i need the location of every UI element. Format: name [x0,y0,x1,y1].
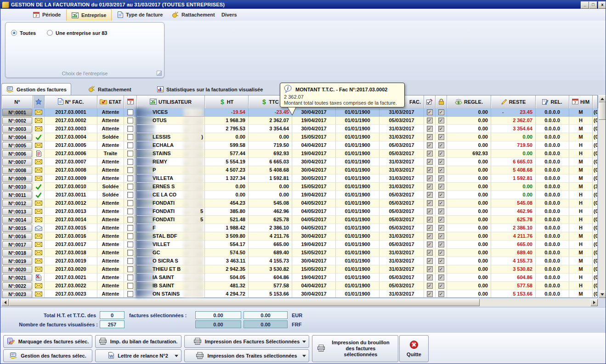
locked-checkbox-cell[interactable]: ✓ [436,224,447,232]
invoice-row[interactable]: N°:00222017.03.0022AttenteIB SAINT481.32… [2,282,597,290]
select-checkbox-cell[interactable] [124,274,137,282]
relance-cell[interactable]: 0.0.0.0 [536,232,569,241]
status-cell[interactable]: Attente [97,108,124,117]
hm-cell[interactable]: H [569,224,593,232]
status-cell[interactable]: Traite [97,150,124,158]
locked-checkbox-cell[interactable]: ✓ [436,150,447,158]
echeance-date-cell[interactable]: 04/04/2017 [292,282,336,290]
echeance-date-cell[interactable]: 04/05/2017 [292,216,336,224]
facture-date-cell[interactable]: 05/03/2017 [379,117,424,125]
hm-cell[interactable]: M [569,183,593,191]
invoice-number-cell[interactable]: 2017.03.0001 [45,108,97,117]
gestion-factures-button[interactable]: Gestion des factures sélec. [3,349,92,362]
ht-cell[interactable]: 599.58 [205,141,249,150]
status-cell[interactable]: Attente [97,282,124,290]
relance-cell[interactable]: 0.0.0.0 [536,249,569,257]
regle-cell[interactable]: 0.00 [447,141,491,150]
reglement-date-cell[interactable]: 01/01/1900 [336,199,379,207]
regle-cell[interactable]: 692.93 [447,150,491,158]
ttc-cell[interactable]: 5 153.66 [249,290,292,297]
utilisateur-cell[interactable]: ON STAINS [137,290,205,297]
validated-checkbox-cell[interactable]: ✓ [424,141,436,150]
truncated-cell[interactable]: (0 [593,207,597,216]
utilisateur-cell[interactable]: GC [137,249,205,257]
reglement-date-cell[interactable]: 01/01/1900 [336,183,379,191]
invoice-number-cell[interactable]: 2017.03.0012 [45,199,97,207]
invoice-row[interactable]: N°:00212017.03.0021AttenteIA SAINT504.05… [2,274,597,282]
envelope-icon[interactable] [33,265,45,274]
locked-checkbox-cell[interactable]: ✓ [436,141,447,150]
ttc-cell[interactable]: 2 362.07 [249,117,292,125]
row-checkbox[interactable] [127,233,133,239]
minimize-button[interactable]: _ [581,1,589,9]
invoice-row[interactable]: N°:00122017.03.0012AttenteFONDATI454.235… [2,199,597,207]
tab-statistiques[interactable]: Statistiques sur la facturation visualis… [153,84,267,95]
facture-date-cell[interactable]: 05/03/2017 [379,150,424,158]
utilisateur-cell[interactable]: FONDATI [137,199,205,207]
status-cell[interactable]: Attente [97,125,124,133]
regle-cell[interactable]: 0.00 [447,117,491,125]
truncated-cell[interactable]: (0 [593,158,597,166]
row-number-button[interactable]: N°:0011 [2,191,32,199]
row-number-cell[interactable]: N°:0010 [2,183,33,191]
relance-cell[interactable]: 0.0.0.0 [536,241,569,249]
column-header-v1[interactable] [424,95,436,108]
row-number-cell[interactable]: N°:0022 [2,282,33,290]
select-checkbox-cell[interactable] [124,207,137,216]
row-checkbox[interactable] [127,159,133,165]
row-number-button[interactable]: N°:0008 [2,167,32,174]
validated-checkbox-cell[interactable]: ✓ [424,257,436,265]
validated-checkbox-cell[interactable]: ✓ [424,117,436,125]
status-cell[interactable]: Attente [97,274,124,282]
regle-cell[interactable]: 0.00 [447,265,491,274]
vertical-scroll-thumb[interactable] [599,102,606,120]
regle-cell[interactable]: 0.00 [447,133,491,141]
validated-checkbox-cell[interactable]: ✓ [424,191,436,199]
invoice-row[interactable]: N°:00062017.03.0006TraiteSTAINS577.44692… [2,150,597,158]
validated-checkbox-cell[interactable]: ✓ [424,232,436,241]
row-number-button[interactable]: N°:0004 [2,134,32,141]
invoice-number-cell[interactable]: 2017.03.0010 [45,183,97,191]
validated-checkbox-cell[interactable]: ✓ [424,265,436,274]
row-checkbox[interactable] [127,217,133,223]
hm-cell[interactable]: M [569,125,593,133]
row-number-button[interactable]: N°:0016 [2,233,32,240]
row-number-cell[interactable]: N°:0015 [2,224,33,232]
scroll-left-button[interactable] [1,299,9,306]
row-checkbox[interactable] [127,283,133,289]
row-number-button[interactable]: N°:0015 [2,224,32,232]
locked-checkbox-cell[interactable]: ✓ [436,117,447,125]
validated-checkbox-cell[interactable]: ✓ [424,199,436,207]
reglement-date-cell[interactable]: 01/01/1900 [336,166,379,174]
hm-cell[interactable]: H [569,141,593,150]
ht-cell[interactable]: 0.00 [205,191,249,199]
tab-rattachement[interactable]: Rattachement [167,9,220,20]
hm-cell[interactable]: H [569,150,593,158]
regle-cell[interactable]: 0.00 [447,232,491,241]
facture-date-cell[interactable]: 31/03/2017 [379,265,424,274]
row-number-button[interactable]: N°:0007 [2,158,32,166]
ht-cell[interactable]: 481.32 [205,282,249,290]
ttc-cell[interactable]: 3 354.64 [249,125,292,133]
locked-checkbox-cell[interactable]: ✓ [436,174,447,183]
row-checkbox[interactable] [127,266,133,272]
row-number-button[interactable]: N°:0020 [2,266,32,273]
reglement-date-cell[interactable]: 01/01/1900 [336,265,379,274]
maximize-button[interactable]: □ [589,1,597,9]
select-checkbox-cell[interactable] [124,216,137,224]
truncated-cell[interactable]: (0 [593,265,597,274]
row-number-cell[interactable]: N°:0006 [2,150,33,158]
select-checkbox-cell[interactable] [124,265,137,274]
invoice-row[interactable]: N°:00172017.03.0017AttenteVILLET554.1766… [2,241,597,249]
hm-cell[interactable]: M [569,133,593,141]
reste-cell[interactable]: 719.50 [491,141,536,150]
ttc-cell[interactable]: 4 211.76 [249,232,292,241]
select-checkbox-cell[interactable] [124,257,137,265]
envelope-icon[interactable] [33,290,45,297]
column-header-etat[interactable]: ETAT [97,95,124,108]
locked-checkbox-cell[interactable]: ✓ [436,158,447,166]
locked-checkbox-cell[interactable]: ✓ [436,290,447,297]
regle-cell[interactable]: 0.00 [447,257,491,265]
echeance-date-cell[interactable]: 19/04/2017 [292,117,336,125]
reste-cell[interactable]: -23.45 [491,108,536,117]
